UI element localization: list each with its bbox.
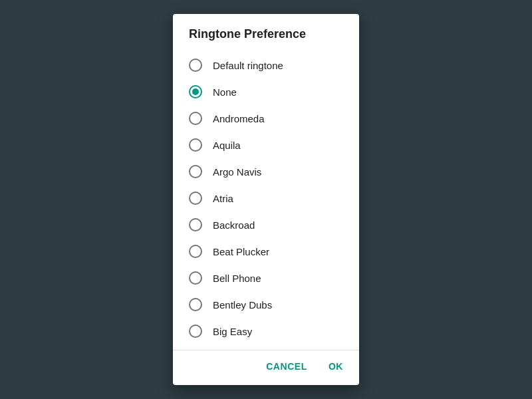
radio-aquila xyxy=(189,138,202,152)
option-aquila[interactable]: Aquila xyxy=(173,132,359,158)
option-label-andromeda: Andromeda xyxy=(213,113,265,124)
cancel-button[interactable]: CANCEL xyxy=(258,356,315,377)
option-label-bentley-dubs: Bentley Dubs xyxy=(213,299,272,311)
option-label-atria: Atria xyxy=(213,193,233,204)
radio-inner-none xyxy=(192,88,199,95)
options-list: Default ringtoneNoneAndromedaAquilaArgo … xyxy=(173,47,359,350)
option-big-easy[interactable]: Big Easy xyxy=(173,318,359,344)
radio-big-easy xyxy=(189,325,202,338)
option-label-bell-phone: Bell Phone xyxy=(213,273,261,284)
option-bentley-dubs[interactable]: Bentley Dubs xyxy=(173,291,359,318)
option-andromeda[interactable]: Andromeda xyxy=(173,105,359,132)
option-bell-phone[interactable]: Bell Phone xyxy=(173,265,359,291)
ringtone-dialog: Ringtone Preference Default ringtoneNone… xyxy=(173,14,359,385)
option-label-beat-plucker: Beat Plucker xyxy=(213,246,269,257)
ok-button[interactable]: OK xyxy=(321,356,351,377)
radio-none xyxy=(189,85,202,98)
backdrop: Ringtone Preference Default ringtoneNone… xyxy=(0,0,532,399)
radio-atria xyxy=(189,192,202,205)
option-label-backroad: Backroad xyxy=(213,219,255,231)
radio-backroad xyxy=(189,218,202,231)
option-argo-navis[interactable]: Argo Navis xyxy=(173,158,359,185)
option-beat-plucker[interactable]: Beat Plucker xyxy=(173,238,359,265)
dialog-title: Ringtone Preference xyxy=(173,14,359,47)
option-atria[interactable]: Atria xyxy=(173,185,359,211)
radio-default-ringtone xyxy=(189,59,202,72)
radio-bell-phone xyxy=(189,271,202,285)
option-label-big-easy: Big Easy xyxy=(213,326,252,337)
radio-andromeda xyxy=(189,112,202,125)
radio-bentley-dubs xyxy=(189,298,202,311)
option-none[interactable]: None xyxy=(173,78,359,105)
option-label-argo-navis: Argo Navis xyxy=(213,166,261,178)
option-default-ringtone[interactable]: Default ringtone xyxy=(173,52,359,78)
option-label-default-ringtone: Default ringtone xyxy=(213,60,283,71)
option-backroad[interactable]: Backroad xyxy=(173,211,359,238)
dialog-footer: CANCEL OK xyxy=(173,350,359,385)
radio-argo-navis xyxy=(189,165,202,178)
radio-beat-plucker xyxy=(189,245,202,258)
option-label-aquila: Aquila xyxy=(213,140,241,151)
option-label-none: None xyxy=(213,86,237,98)
